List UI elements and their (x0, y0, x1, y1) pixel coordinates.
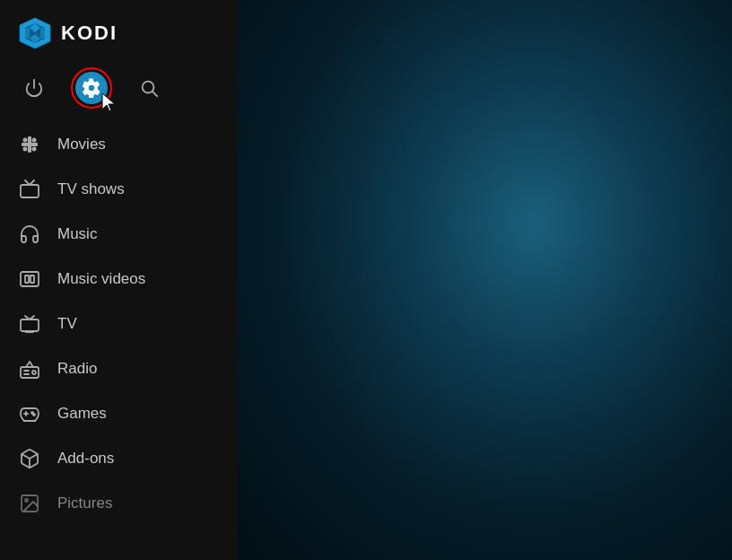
power-icon (24, 78, 44, 98)
nav-item-games[interactable]: Games (0, 391, 238, 436)
nav-list: Movies TV shows Music (0, 122, 238, 560)
nav-item-movies[interactable]: Movies (0, 122, 238, 167)
nav-item-pictures[interactable]: Pictures (0, 481, 238, 526)
nav-label-movies: Movies (57, 136, 106, 153)
nav-label-tv: TV (57, 315, 77, 333)
games-icon (18, 402, 41, 425)
svg-point-13 (32, 147, 37, 152)
search-button[interactable] (133, 72, 165, 104)
tv-shows-icon (18, 178, 41, 201)
nav-label-tv-shows: TV shows (57, 180, 125, 198)
gear-icon (82, 78, 101, 98)
svg-rect-16 (21, 185, 39, 197)
sidebar: KODI (0, 0, 238, 560)
svg-rect-18 (25, 276, 29, 283)
nav-item-add-ons[interactable]: Add-ons (0, 436, 238, 481)
svg-rect-17 (21, 272, 39, 286)
addons-icon (18, 447, 41, 470)
pictures-icon (18, 492, 41, 515)
nav-label-music-videos: Music videos (57, 270, 145, 288)
nav-label-games: Games (57, 405, 107, 423)
svg-point-10 (23, 138, 28, 143)
nav-label-music: Music (57, 225, 97, 243)
cursor-indicator (100, 93, 120, 117)
svg-line-9 (152, 92, 157, 96)
svg-point-11 (32, 138, 37, 143)
main-content (238, 0, 732, 560)
app-title: KODI (61, 22, 118, 45)
nav-item-radio[interactable]: Radio (0, 346, 238, 391)
svg-marker-7 (102, 93, 115, 111)
svg-rect-20 (21, 319, 39, 331)
music-icon (18, 223, 41, 246)
svg-marker-5 (40, 28, 45, 39)
svg-point-26 (33, 414, 35, 416)
svg-point-29 (25, 499, 28, 502)
nav-item-tv[interactable]: TV (0, 302, 238, 346)
nav-label-pictures: Pictures (57, 494, 112, 512)
nav-label-add-ons: Add-ons (57, 450, 114, 468)
nav-item-music[interactable]: Music (0, 212, 238, 257)
nav-item-tv-shows[interactable]: TV shows (0, 167, 238, 212)
music-videos-icon (18, 267, 41, 291)
top-icons-bar (0, 65, 238, 122)
settings-button[interactable] (75, 72, 108, 104)
svg-marker-4 (25, 28, 30, 39)
svg-rect-15 (28, 136, 31, 153)
kodi-logo-icon (18, 16, 52, 50)
svg-rect-19 (30, 276, 34, 283)
nav-label-radio: Radio (57, 360, 97, 378)
svg-point-22 (32, 371, 36, 374)
radio-icon (18, 357, 41, 381)
nav-item-music-videos[interactable]: Music videos (0, 257, 238, 302)
movies-icon (18, 133, 41, 156)
search-icon (139, 78, 159, 98)
power-button[interactable] (18, 72, 50, 104)
svg-point-12 (23, 147, 28, 152)
tv-live-icon (18, 312, 41, 336)
logo-area: KODI (0, 0, 238, 65)
